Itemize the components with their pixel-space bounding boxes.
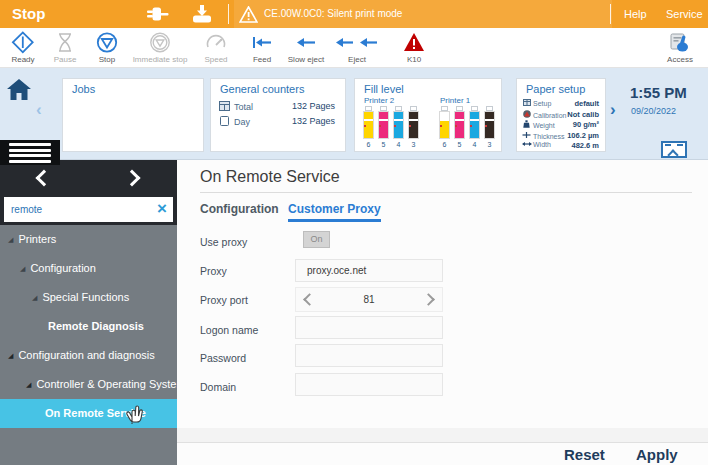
proxy-label: Proxy	[200, 265, 227, 277]
tree-item-label: Configuration	[30, 262, 95, 274]
divider	[228, 4, 229, 24]
jobs-panel[interactable]: Jobs	[62, 78, 204, 152]
password-input[interactable]	[295, 344, 443, 367]
toolbar-item-label: Eject	[327, 55, 387, 64]
toner-bottle-black	[484, 106, 495, 139]
k10-alert-button[interactable]: K10	[384, 30, 444, 68]
tree-item-label: Remote Diagnosis	[48, 320, 144, 332]
tab-customer-proxy[interactable]: Customer Proxy	[288, 202, 381, 222]
help-button[interactable]: Help	[624, 0, 647, 28]
tab-configuration[interactable]: Configuration	[200, 202, 279, 222]
paper-setup-panel[interactable]: Paper setup Setup default Calibration No…	[516, 78, 606, 152]
paper-row-label: Setup	[533, 100, 551, 107]
day-counter-icon	[219, 116, 230, 126]
paper-row-label: Thickness	[533, 133, 565, 140]
slot-number: 3	[408, 141, 419, 148]
tree-item-remote-diagnosis[interactable]: Remote Diagnosis	[0, 312, 177, 341]
scroll-left-chevron[interactable]: ‹	[36, 100, 42, 120]
fill-level-panel[interactable]: Fill level Printer 2 Printer 1 6 5 4 3 6…	[354, 78, 502, 152]
tree-item-label: Configuration and diagnosis	[18, 349, 154, 361]
logon-name-label: Logon name	[200, 324, 258, 336]
weight-icon	[522, 120, 531, 129]
panel-title: General counters	[220, 83, 304, 95]
thickness-icon	[522, 131, 531, 140]
immediate-stop-button[interactable]: Immediate stop	[130, 30, 190, 68]
total-counter-icon	[219, 101, 230, 111]
menu-button[interactable]	[0, 140, 60, 165]
status-message: CE.00W.0C0: Silent print mode	[264, 0, 402, 28]
hamburger-icon	[9, 160, 51, 163]
mouse-cursor-icon	[124, 402, 146, 430]
setup-icon	[522, 99, 531, 107]
toner-bottle-black	[408, 106, 419, 139]
paper-row-value: Not calib	[567, 110, 599, 119]
printer-name: Printer 1	[440, 96, 470, 105]
main-content: On Remote Service Configuration Customer…	[177, 160, 708, 465]
toolbar-item-label: Stop	[77, 55, 137, 64]
tree-item-special-functions[interactable]: ◢Special Functions	[0, 283, 177, 312]
proxy-port-value[interactable]: 81	[296, 288, 442, 313]
toner-bottle-cyan	[393, 106, 404, 139]
proxy-port-stepper[interactable]: 81	[295, 287, 443, 312]
paper-row-label: Calibration	[533, 112, 566, 119]
expand-triangle-icon[interactable]: ◢	[8, 236, 13, 243]
scroll-right-chevron[interactable]: ›	[610, 100, 616, 120]
toolbar-item-label: Immediate stop	[130, 55, 190, 64]
service-button[interactable]: Service	[666, 0, 703, 28]
tree-item-configuration[interactable]: ◢Configuration	[0, 254, 177, 283]
slot-number: 6	[439, 141, 450, 148]
printer-toolbar: Ready Pause Stop Immediate stop	[0, 28, 708, 68]
save-download-icon[interactable]	[190, 4, 214, 28]
collapse-dashboard-button[interactable]	[661, 141, 687, 158]
calibration-icon	[522, 110, 531, 119]
slot-number: 5	[378, 141, 389, 148]
paper-row: Width 482.6 m	[522, 141, 600, 151]
toner-bottle-magenta	[454, 106, 465, 139]
expand-triangle-icon[interactable]: ◢	[32, 294, 37, 301]
counter-label: Day	[234, 117, 250, 127]
paper-row-label: Width	[533, 141, 551, 148]
tree-item-label: Printers	[18, 233, 56, 245]
logon-name-input[interactable]	[295, 316, 443, 339]
slot-number: 4	[393, 141, 404, 148]
plug-icon[interactable]	[146, 4, 170, 28]
divider	[177, 442, 708, 443]
tree-item-printers[interactable]: ◢Printers	[0, 225, 177, 254]
toolbar-item-label: K10	[384, 55, 444, 64]
settings-tree: ◢Printers ◢Configuration ◢Special Functi…	[0, 225, 177, 465]
apply-button[interactable]: Apply	[636, 446, 678, 463]
domain-input[interactable]	[295, 373, 443, 396]
expand-triangle-icon[interactable]: ◢	[20, 265, 25, 272]
eject-button[interactable]: Eject	[327, 30, 387, 68]
title-bar: Stop CE.00W.0C0: Silent print mode Help …	[0, 0, 708, 28]
toner-bottle-magenta	[378, 106, 389, 139]
sidebar-search-field[interactable]: remote ×	[4, 197, 173, 222]
clear-search-icon[interactable]: ×	[157, 197, 167, 222]
search-input-value[interactable]: remote	[11, 197, 42, 222]
proxy-input[interactable]: proxy.oce.net	[295, 259, 443, 282]
counter-label: Total	[234, 102, 253, 112]
tree-item-on-remote-service[interactable]: On Remote Service	[0, 399, 177, 428]
home-icon[interactable]	[6, 78, 32, 106]
clock-time: 1:55 PM	[630, 84, 687, 101]
access-button[interactable]: Access	[650, 30, 708, 68]
dashed-panel-glyph	[665, 144, 683, 146]
password-label: Password	[200, 352, 246, 364]
tree-item-controller-os[interactable]: ◢Controller & Operating System	[0, 370, 177, 399]
status-dashboard: ‹ Jobs General counters Total 132 Pages …	[0, 68, 708, 160]
paper-row: Calibration Not calib	[522, 110, 600, 120]
printer-name: Printer 2	[364, 96, 394, 105]
panel-title: Fill level	[364, 83, 404, 95]
reset-button[interactable]: Reset	[564, 446, 605, 463]
use-proxy-toggle[interactable]: On	[303, 231, 330, 248]
page-title: On Remote Service	[200, 168, 340, 186]
expand-triangle-icon[interactable]: ◢	[8, 352, 13, 359]
general-counters-panel[interactable]: General counters Total 132 Pages Day 132…	[210, 78, 346, 152]
slot-number: 6	[363, 141, 374, 148]
width-icon	[522, 141, 531, 148]
expand-triangle-icon[interactable]: ◢	[26, 381, 31, 388]
tree-item-label: Controller & Operating System	[36, 378, 185, 390]
stop-button[interactable]: Stop	[77, 30, 137, 68]
tree-item-configuration-and-diagnosis[interactable]: ◢Configuration and diagnosis	[0, 341, 177, 370]
counter-value: 132 Pages	[292, 116, 335, 126]
